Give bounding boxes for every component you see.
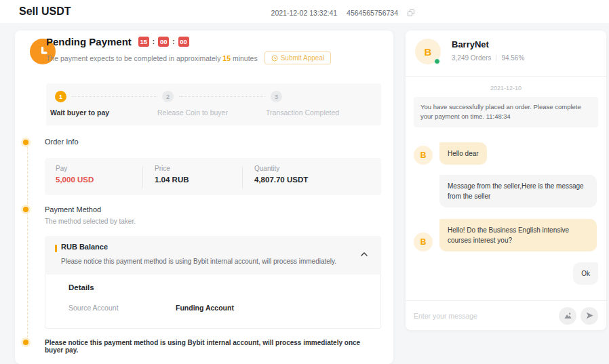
pay-value: 5,000 USD [56,176,94,184]
step-3-circle: 3 [271,91,282,102]
counterparty-name: BarryNet [452,39,489,49]
chat-message: B Hello dear [414,142,598,165]
page-title: Sell USDT [19,5,71,18]
order-timestamp: 2021-12-02 13:32:41 [271,9,338,17]
chat-message: Ok [414,262,598,285]
timeline-dot-notice [23,340,28,345]
order-meta: 2021-12-02 13:32:41 4564565756734 [271,9,415,17]
pending-header: Pending Payment 15 : 00 : 00 [46,36,189,47]
chat-message: B Hello! Do the Business English intensi… [414,219,598,251]
step-2-label: Release Coin to buyer [157,108,228,117]
orders-count: 3,249 Orders [452,54,491,62]
payment-method-header[interactable]: RUB Balance Please notice this payment m… [45,236,381,275]
step-1-circle: 1 [55,91,66,102]
send-message-button[interactable] [581,307,598,325]
accent-bar [55,245,57,252]
progress-steps: 1 2 3 Wait buyer to pay Release Coin to … [46,83,381,125]
payment-notice: Please notice this payment method is usi… [45,339,370,354]
timer-minutes: 00 [158,37,169,47]
completion-rate: 94.56% [501,54,524,62]
copy-icon[interactable] [408,9,415,17]
p2p-order-page: Sell USDT 2021-12-02 13:32:41 4564565756… [0,0,609,364]
timeline-line [27,147,28,342]
step-connector [72,96,157,97]
chat-input-bar [406,300,606,330]
chat-date-divider: 2021-12-10 [406,85,606,92]
chevron-up-icon[interactable] [359,249,369,259]
payment-method-subtitle: The method selected by taker. [45,218,136,225]
payment-method-note: Please notice this payment method is usi… [61,258,336,265]
chat-message-list[interactable]: 2021-12-10 You have successfully placed … [406,77,606,300]
source-account-value: Funding Account [176,304,234,312]
pending-subtitle-row: The payment expects to be completed in a… [46,52,331,64]
minutes-highlight: 15 [222,54,231,62]
timer-seconds: 00 [178,37,189,47]
order-field-price: Price 1.04 RUB [155,165,189,184]
timer-hours: 15 [138,37,149,47]
quantity-value: 4,807.70 USDT [254,176,308,184]
submit-appeal-button[interactable]: Submit Appeal [264,52,332,64]
payment-method-name: RUB Balance [61,243,108,251]
counterparty-avatar: B [414,232,433,251]
chat-header: B BarryNet 3,249 Orders 94.56% [406,31,606,77]
payment-method-card: RUB Balance Please notice this payment m… [45,236,381,329]
message-bubble: Hello dear [439,142,487,165]
step-connector [179,96,264,97]
message-bubble: Hello! Do the Business English intensive… [439,219,597,251]
pending-subtitle: The payment expects to be completed in a… [46,54,258,62]
source-account-label: Source Account [68,304,119,312]
send-icon [585,311,594,320]
order-field-pay: Pay 5,000 USD [56,165,94,184]
attach-image-button[interactable] [559,307,576,325]
details-title: Details [68,283,94,291]
order-field-quantity: Quantity 4,807.70 USDT [254,165,308,184]
price-value: 1.04 RUB [155,176,189,184]
payment-method-title: Payment Method [45,205,101,214]
order-info-box: Pay 5,000 USD Price 1.04 RUB Quantity 4,… [45,158,381,195]
counterparty-avatar: B [414,146,433,165]
pending-title: Pending Payment [46,36,132,47]
payment-method-details: Details Source Account Funding Account [45,275,381,329]
system-message: You have successfully placed an order. P… [414,97,598,127]
chat-panel: B BarryNet 3,249 Orders 94.56% 2021-12-1… [406,31,606,330]
chat-message-input[interactable] [414,312,555,320]
message-bubble: Ok [573,262,598,285]
order-info-title: Order Info [45,138,79,146]
top-bar: Sell USDT 2021-12-02 13:32:41 4564565756… [0,0,609,23]
image-icon [564,311,572,320]
appeal-clock-icon [271,55,278,62]
counterparty-stats: 3,249 Orders 94.56% [452,54,524,62]
message-bubble: Message from the seller,Here is the mess… [439,175,597,207]
step-3-label: Transaction Completed [266,108,339,117]
online-status-dot [434,58,440,64]
order-id: 4564565756734 [347,9,398,17]
timeline-dot-order-info [23,140,28,145]
timeline-dot-payment-method [23,207,28,212]
step-1-label: Wait buyer to pay [50,108,109,117]
chat-message: Message from the seller,Here is the mess… [414,175,598,207]
step-2-circle: 2 [162,91,174,102]
order-detail-card: Pending Payment 15 : 00 : 00 The payment… [15,31,393,364]
